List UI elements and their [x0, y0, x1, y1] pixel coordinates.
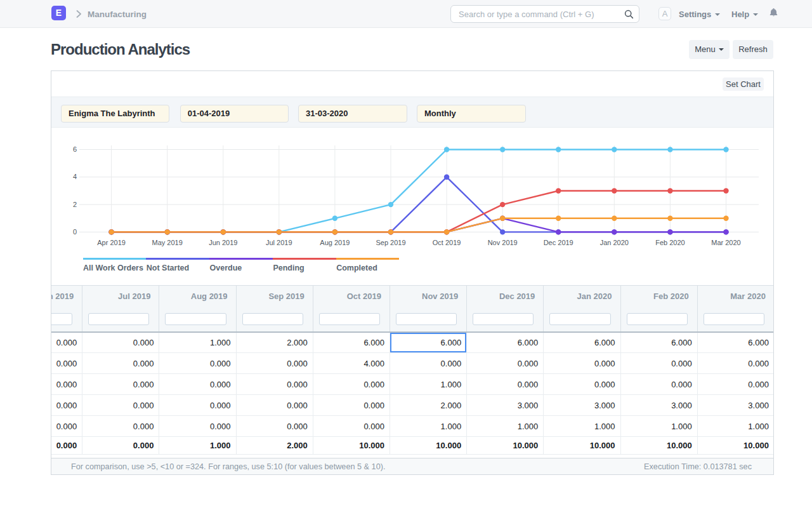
svg-text:6: 6: [73, 145, 77, 153]
svg-text:Jul 2019: Jul 2019: [266, 239, 292, 246]
svg-text:Dec 2019: Dec 2019: [544, 239, 573, 246]
svg-text:Nov 2019: Nov 2019: [488, 239, 518, 246]
svg-text:Oct 2019: Oct 2019: [433, 239, 461, 246]
svg-text:0: 0: [73, 228, 77, 236]
svg-text:2: 2: [73, 201, 77, 208]
svg-text:Jun 2019: Jun 2019: [209, 239, 237, 246]
svg-text:Feb 2020: Feb 2020: [655, 239, 684, 246]
svg-text:Mar 2020: Mar 2020: [711, 239, 740, 246]
svg-text:Apr 2019: Apr 2019: [97, 239, 126, 246]
svg-text:Jan 2020: Jan 2020: [600, 239, 629, 246]
svg-text:4: 4: [73, 173, 77, 180]
svg-text:Aug 2019: Aug 2019: [320, 239, 350, 246]
svg-text:Sep 2019: Sep 2019: [376, 239, 405, 246]
svg-text:May 2019: May 2019: [152, 239, 183, 246]
